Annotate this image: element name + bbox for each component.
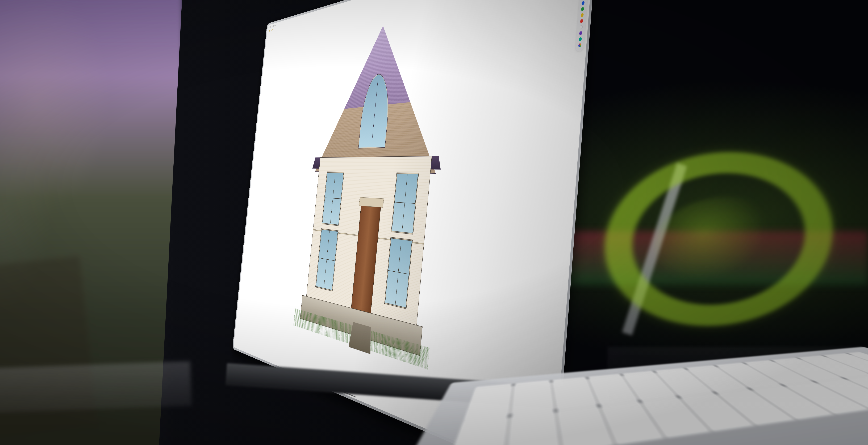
checklist-icon[interactable] (380, 0, 382, 1)
color-swatch[interactable] (579, 31, 582, 35)
background-monitor-stand (0, 361, 192, 413)
svg-rect-3 (272, 29, 272, 30)
svg-rect-5 (272, 30, 272, 31)
house-drawing (300, 10, 451, 356)
desk-reflection (608, 347, 868, 445)
color-swatch[interactable] (581, 13, 584, 18)
add-color-icon[interactable] (578, 43, 581, 47)
photo-scene: 2:28 PM Thu Oct 31 (0, 0, 868, 445)
svg-rect-0 (269, 30, 270, 32)
svg-rect-4 (272, 30, 272, 31)
color-swatch[interactable] (580, 25, 583, 29)
color-swatch[interactable] (582, 1, 585, 5)
color-swatch[interactable] (579, 37, 582, 41)
svg-rect-2 (272, 29, 272, 30)
view-mode-icon[interactable] (271, 28, 273, 31)
color-swatch[interactable] (580, 19, 583, 23)
sidebar-toggle-icon[interactable] (269, 29, 270, 32)
color-swatch[interactable] (581, 7, 584, 11)
